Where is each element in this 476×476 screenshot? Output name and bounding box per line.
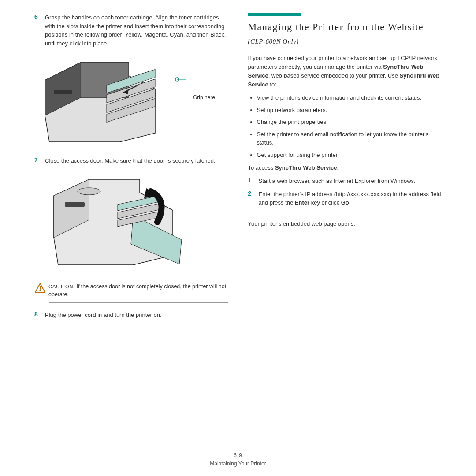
left-column: 6 Grasp the handles on each toner cartri… xyxy=(26,13,236,432)
enter-key: Enter xyxy=(295,199,309,206)
caution-icon xyxy=(34,283,46,294)
step-text: Close the access door. Make sure that th… xyxy=(45,156,228,165)
caution-box: CAUTION: If the access door is not compl… xyxy=(49,279,228,303)
section-title: Managing the Printer from the Website (C… xyxy=(248,20,442,48)
list-item: View the printer's device information an… xyxy=(257,93,442,102)
service-name: SyncThru Web Service xyxy=(275,164,337,171)
right-step-1: 1 Start a web browser, such as Internet … xyxy=(248,177,442,186)
closing-paragraph: Your printer's embedded web page opens. xyxy=(248,219,442,228)
intro-post: , web-based service embedded to your pri… xyxy=(268,72,400,79)
intro-paragraph: If you have connected your printer to a … xyxy=(248,54,442,89)
svg-rect-8 xyxy=(65,202,85,207)
caution-label: CAUTION xyxy=(48,284,74,289)
right-column: Managing the Printer from the Website (C… xyxy=(240,13,450,432)
step-text: Enter the printer's IP address (http://x… xyxy=(259,190,442,207)
title-sub: (CLP-600N Only) xyxy=(248,38,299,45)
page-footer: 6.9 Maintaining Your Printer xyxy=(0,451,476,468)
intro-tail: to: xyxy=(268,81,276,88)
step-8: 8 Plug the power cord in and turn the pr… xyxy=(34,311,228,320)
step-6: 6 Grasp the handles on each toner cartri… xyxy=(34,13,228,48)
list-item: Change the print properties. xyxy=(257,118,442,126)
step-number: 7 xyxy=(34,156,45,165)
list-item: Get support for using the printer. xyxy=(257,151,442,160)
access-pre: To access xyxy=(248,164,275,171)
step-7: 7 Close the access door. Make sure that … xyxy=(34,156,228,165)
title-main: Managing the Printer from the Website xyxy=(248,21,424,32)
svg-point-9 xyxy=(78,188,100,195)
step-text: Grasp the handles on each toner cartridg… xyxy=(45,13,228,48)
step-number: 6 xyxy=(34,13,45,48)
figure-insert-cartridge: Grip here. xyxy=(41,54,228,149)
section-accent-bar xyxy=(248,13,301,16)
footer-section: Maintaining Your Printer xyxy=(0,460,476,468)
page-number: 6.9 xyxy=(0,451,476,460)
list-item: Set up network parameters. xyxy=(257,106,442,115)
go-button-label: Go xyxy=(341,199,349,206)
step-number: 8 xyxy=(34,311,45,320)
grip-here-label: Grip here. xyxy=(193,94,216,100)
caution-body: : If the access door is not completely c… xyxy=(48,283,226,298)
printer-close-illustration xyxy=(41,171,190,271)
step-text: Start a web browser, such as Internet Ex… xyxy=(259,177,442,186)
figure-close-door xyxy=(41,171,228,271)
list-item: Set the printer to send email notificati… xyxy=(257,130,442,147)
column-divider xyxy=(238,13,238,432)
printer-insert-illustration xyxy=(41,54,186,149)
step-number: 1 xyxy=(248,177,259,186)
feature-list: View the printer's device information an… xyxy=(248,93,442,159)
svg-point-16 xyxy=(40,290,41,291)
caution-text: CAUTION: If the access door is not compl… xyxy=(48,283,228,299)
step2-post: . xyxy=(349,199,351,206)
access-post: : xyxy=(337,164,339,171)
page: 6 Grasp the handles on each toner cartri… xyxy=(0,0,476,450)
step-text: Plug the power cord in and turn the prin… xyxy=(45,311,228,320)
step-number: 2 xyxy=(248,190,259,207)
svg-rect-7 xyxy=(54,90,72,94)
step2-mid: key or click xyxy=(309,199,341,206)
right-step-2: 2 Enter the printer's IP address (http:/… xyxy=(248,190,442,207)
access-label: To access SyncThru Web Service: xyxy=(248,164,442,172)
